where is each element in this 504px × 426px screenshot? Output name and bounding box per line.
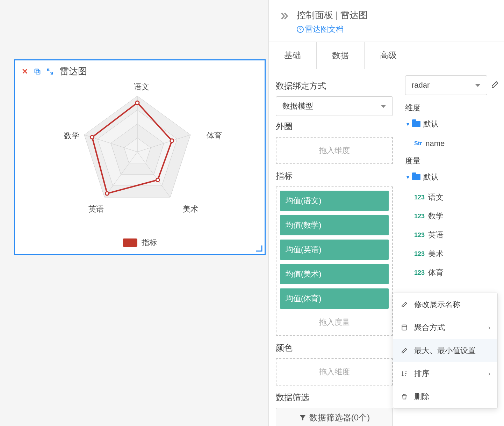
expand-icon[interactable]	[46, 67, 54, 76]
control-panel: 控制面板 | 雷达图 ? 雷达图文档 基础 数据 高级 数据绑定方式 数据模型 …	[268, 0, 504, 426]
svg-rect-0	[36, 70, 40, 74]
panel-header: 控制面板 | 雷达图 ? 雷达图文档	[269, 0, 504, 42]
outer-ring-placeholder: 拖入维度	[280, 141, 389, 160]
menu-item[interactable]: 排序›	[393, 362, 497, 385]
svg-point-13	[170, 139, 174, 142]
folder-icon	[412, 174, 420, 180]
tab-data[interactable]: 数据	[316, 42, 365, 69]
measure-folder[interactable]: ▾ 默认	[406, 172, 499, 182]
chevron-down-icon: ▾	[406, 174, 409, 181]
canvas-area: ✕ 雷达图	[0, 0, 268, 426]
color-placeholder: 拖入维度	[280, 362, 389, 381]
metric-tag[interactable]: 均值(数学)	[280, 215, 389, 235]
field-name: 语文	[428, 192, 444, 203]
menu-item-label: 聚合方式	[414, 322, 445, 333]
chevron-down-icon	[381, 105, 386, 108]
axis-label: 语文	[134, 82, 149, 92]
svg-rect-1	[35, 69, 39, 73]
dimension-folder[interactable]: ▾ 默认	[406, 119, 499, 129]
field-name: 体育	[428, 267, 444, 278]
panel-title: 控制面板 | 雷达图	[297, 9, 368, 21]
dimension-field[interactable]: Str name	[405, 135, 499, 152]
menu-item[interactable]: 最大、最小值设置	[393, 339, 497, 362]
filter-button-text: 数据筛选器(0个)	[309, 412, 370, 423]
binding-mode-value: 数据模型	[282, 101, 313, 111]
metrics-dropzone[interactable]: 均值(语文) 均值(数学) 均值(英语) 均值(美术) 均值(体育) 拖入度量	[276, 186, 393, 336]
filter-button[interactable]: 数据筛选器(0个)	[276, 408, 393, 426]
chart-body: 语文 体育 美术 英语 数学	[15, 82, 265, 236]
outer-ring-dropzone[interactable]: 拖入维度	[276, 137, 393, 164]
binding-mode-select[interactable]: 数据模型	[276, 96, 393, 116]
type-badge-num: 123	[414, 232, 425, 239]
tab-advanced[interactable]: 高级	[365, 42, 412, 69]
chevron-right-icon: ›	[488, 324, 490, 331]
field-name: 美术	[428, 249, 444, 259]
metrics-placeholder: 拖入度量	[280, 313, 389, 332]
doc-link[interactable]: ? 雷达图文档	[297, 24, 368, 35]
axis-label: 体育	[207, 131, 222, 141]
menu-item-label: 排序	[414, 368, 430, 379]
binding-mode-label: 数据绑定方式	[276, 80, 393, 91]
edit-icon	[400, 301, 409, 308]
context-menu: 修改展示名称聚合方式›最大、最小值设置排序›删除	[393, 293, 498, 409]
menu-item[interactable]: 修改展示名称	[393, 293, 497, 316]
svg-point-12	[136, 101, 139, 104]
menu-item[interactable]: 删除	[393, 385, 497, 408]
metric-tag[interactable]: 均值(语文)	[280, 191, 389, 211]
sort-icon	[400, 370, 409, 377]
measure-field[interactable]: 123语文	[405, 188, 499, 207]
svg-point-16	[91, 135, 94, 139]
copy-icon[interactable]	[33, 67, 42, 76]
binding-column: 数据绑定方式 数据模型 外圈 拖入维度 指标 均值(语文) 均值(数学) 均值(…	[269, 69, 400, 426]
type-badge-num: 123	[414, 194, 425, 201]
axis-label: 数学	[64, 131, 79, 141]
svg-point-15	[105, 192, 109, 195]
tab-basic[interactable]: 基础	[269, 42, 316, 69]
model-select[interactable]: radar	[405, 75, 487, 95]
metric-tag[interactable]: 均值(美术)	[280, 264, 389, 284]
menu-item-label: 最大、最小值设置	[414, 345, 476, 356]
chevron-right-icon: ›	[488, 370, 490, 377]
radar-chart	[64, 80, 211, 220]
axis-label: 美术	[183, 204, 198, 214]
field-name: 数学	[428, 211, 444, 221]
edit-model-icon[interactable]	[491, 80, 499, 90]
metric-tag[interactable]: 均值(体育)	[280, 288, 389, 309]
measure-field[interactable]: 123体育	[405, 263, 499, 282]
svg-point-14	[156, 178, 159, 182]
panel-tabs: 基础 数据 高级	[269, 42, 504, 69]
legend-label: 指标	[142, 237, 157, 248]
edit-icon	[400, 347, 409, 354]
chart-card[interactable]: ✕ 雷达图	[14, 59, 266, 255]
folder-icon	[412, 121, 420, 127]
chart-card-header: ✕ 雷达图	[15, 60, 265, 82]
measure-field[interactable]: 123数学	[405, 207, 499, 226]
svg-rect-17	[402, 325, 406, 330]
menu-item[interactable]: 聚合方式›	[393, 316, 497, 339]
legend-swatch	[123, 238, 137, 247]
resize-handle[interactable]	[255, 245, 262, 252]
axis-label: 英语	[88, 204, 104, 214]
type-badge-num: 123	[414, 213, 425, 220]
close-icon[interactable]: ✕	[21, 67, 29, 76]
metric-tag[interactable]: 均值(英语)	[280, 240, 389, 260]
calc-icon	[400, 324, 409, 331]
outer-ring-label: 外圈	[276, 121, 393, 132]
dimension-header: 维度	[405, 103, 499, 113]
color-label: 颜色	[276, 342, 393, 353]
metrics-label: 指标	[276, 170, 393, 182]
chart-title: 雷达图	[60, 65, 87, 78]
measure-field[interactable]: 123英语	[405, 226, 499, 244]
field-name: 英语	[428, 230, 444, 240]
folder-label: 默认	[423, 172, 439, 182]
measure-field[interactable]: 123美术	[405, 244, 499, 263]
color-dropzone[interactable]: 拖入维度	[276, 358, 393, 385]
menu-item-label: 修改展示名称	[414, 299, 460, 310]
chevron-down-icon	[475, 84, 481, 87]
model-select-value: radar	[412, 81, 430, 90]
fields-column: radar 维度 ▾ 默认 Str name 度量 ▾ 默	[400, 69, 504, 426]
type-badge-num: 123	[414, 269, 425, 277]
collapse-panel-icon[interactable]	[277, 9, 291, 23]
menu-item-label: 删除	[414, 391, 430, 402]
chevron-down-icon: ▾	[406, 121, 409, 127]
